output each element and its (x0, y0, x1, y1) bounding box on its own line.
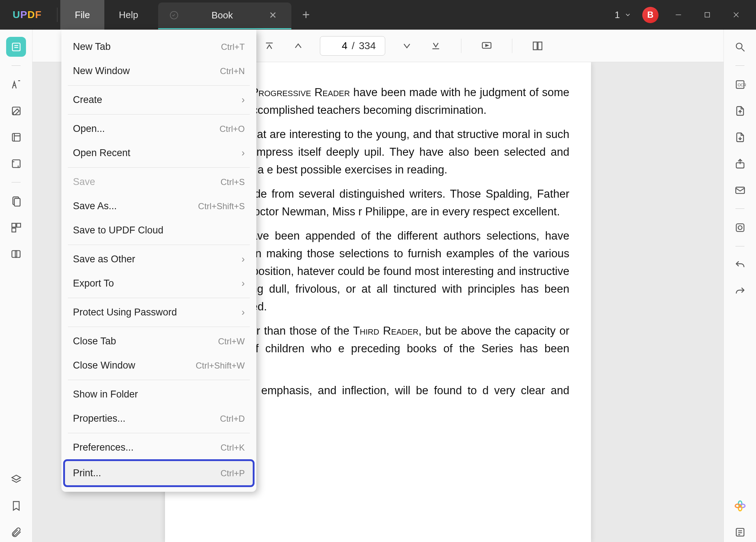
menu-new-tab[interactable]: New TabCtrl+T (61, 35, 256, 59)
presentation-icon[interactable] (479, 39, 494, 53)
redo-icon[interactable] (730, 281, 750, 301)
menu-save-other[interactable]: Save as Other› (61, 247, 256, 271)
tab-title: Book (212, 10, 233, 21)
tab-close-icon[interactable]: ✕ (265, 10, 281, 21)
notes-icon[interactable] (730, 522, 750, 542)
svg-point-28 (736, 43, 742, 49)
svg-rect-33 (736, 187, 744, 193)
mail-icon[interactable] (730, 180, 750, 200)
titlebar-right: 1 B (615, 6, 756, 24)
page-current-field[interactable] (329, 40, 347, 52)
menu-print[interactable]: Print...Ctrl+P (65, 461, 253, 485)
counter-dropdown[interactable]: 1 (615, 9, 631, 21)
menu-create[interactable]: Create› (61, 88, 256, 112)
svg-rect-27 (538, 42, 542, 50)
menu-file[interactable]: File (60, 0, 104, 30)
svg-rect-16 (17, 223, 21, 227)
reader-mode-icon[interactable] (6, 37, 26, 57)
maximize-button[interactable] (698, 6, 716, 24)
divider (57, 8, 57, 22)
page-number-input[interactable]: / 334 (320, 36, 385, 56)
edit-text-icon[interactable] (6, 101, 26, 121)
svg-line-29 (742, 48, 744, 51)
compare-tool-icon[interactable] (6, 244, 26, 264)
svg-rect-15 (12, 223, 16, 227)
page-tools-icon[interactable] (6, 127, 26, 147)
menu-properties[interactable]: Properties...Ctrl+D (61, 406, 256, 431)
svg-text:OCR: OCR (738, 83, 746, 87)
menu-save: SaveCtrl+S (61, 170, 256, 194)
svg-rect-2 (705, 13, 710, 17)
last-page-icon[interactable] (429, 39, 443, 53)
body: / 334 r the Fourth Progressive Reader ha… (0, 30, 756, 542)
brand-logo: UPDF (0, 9, 54, 21)
menu-preferences[interactable]: Preferences...Ctrl+K (61, 435, 256, 460)
left-sidebar (0, 30, 32, 542)
share-icon[interactable] (730, 154, 750, 173)
tab-doc-icon (169, 10, 179, 20)
menu-save-cloud[interactable]: Save to UPDF Cloud (61, 218, 256, 242)
chevron-right-icon: › (242, 94, 245, 106)
chevron-right-icon: › (242, 147, 245, 159)
batch-icon[interactable] (730, 218, 750, 237)
chevron-right-icon: › (242, 254, 245, 265)
document-tab[interactable]: Book ✕ (158, 3, 291, 29)
svg-rect-9 (12, 133, 20, 141)
svg-rect-17 (12, 228, 16, 232)
tab-bar: Book ✕ + (158, 0, 321, 30)
search-icon[interactable] (730, 37, 750, 57)
new-tab-button[interactable]: + (291, 7, 321, 22)
comment-tool-icon[interactable] (6, 74, 26, 94)
menu-save-as[interactable]: Save As...Ctrl+Shift+S (61, 194, 256, 218)
page-layout-icon[interactable] (530, 39, 545, 53)
menu-protect[interactable]: Protect Using Password› (61, 300, 256, 324)
svg-rect-19 (15, 250, 20, 257)
page-total: 334 (359, 40, 376, 52)
svg-rect-12 (12, 160, 20, 167)
separator (12, 182, 21, 182)
right-sidebar: OCR (724, 30, 756, 542)
menu-close-tab[interactable]: Close TabCtrl+W (61, 329, 256, 353)
export-icon[interactable] (730, 127, 750, 147)
titlebar: UPDF File Help Book ✕ + 1 B (0, 0, 756, 30)
separator (12, 65, 21, 66)
svg-rect-26 (533, 42, 537, 50)
crop-tool-icon[interactable] (6, 154, 26, 173)
minimize-button[interactable] (669, 6, 687, 24)
undo-icon[interactable] (730, 255, 750, 275)
ocr-icon[interactable]: OCR (730, 74, 750, 94)
menu-show-folder[interactable]: Show in Folder (61, 382, 256, 406)
menu-open[interactable]: Open...Ctrl+O (61, 117, 256, 141)
app-window: UPDF File Help Book ✕ + 1 B (0, 0, 756, 542)
menu-close-window[interactable]: Close WindowCtrl+Shift+W (61, 353, 256, 378)
menu-help[interactable]: Help (104, 0, 152, 30)
layers-icon[interactable] (6, 469, 26, 489)
user-avatar[interactable]: B (642, 7, 659, 23)
file-menu-dropdown: New TabCtrl+T New WindowCtrl+N Create› O… (61, 30, 256, 492)
bookmark-icon[interactable] (6, 496, 26, 516)
chevron-right-icon: › (242, 278, 245, 289)
menu-new-window[interactable]: New WindowCtrl+N (61, 59, 256, 83)
chevron-right-icon: › (242, 307, 245, 318)
svg-rect-5 (12, 43, 20, 51)
next-page-icon[interactable] (400, 39, 414, 53)
svg-rect-14 (14, 198, 20, 206)
chevron-down-icon (624, 11, 631, 18)
menu-open-recent[interactable]: Open Recent› (61, 141, 256, 165)
organize-tool-icon[interactable] (6, 218, 26, 237)
prev-page-icon[interactable] (291, 39, 305, 53)
svg-point-35 (738, 225, 742, 229)
close-button[interactable] (727, 6, 745, 24)
menu-export-to[interactable]: Export To› (61, 271, 256, 296)
svg-rect-34 (736, 224, 744, 231)
convert-icon[interactable] (730, 101, 750, 121)
svg-rect-18 (12, 250, 17, 257)
ai-assistant-icon[interactable] (730, 496, 750, 516)
attachment-icon[interactable] (6, 522, 26, 542)
form-tool-icon[interactable] (6, 191, 26, 211)
first-page-icon[interactable] (262, 39, 277, 53)
